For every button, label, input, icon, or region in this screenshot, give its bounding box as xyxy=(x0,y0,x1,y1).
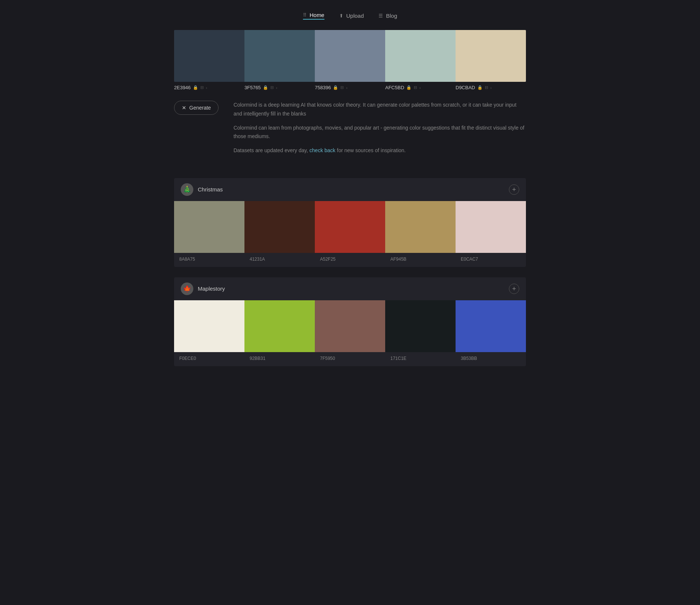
swatch-#7F5950 xyxy=(315,300,385,352)
color-label-AFC5BD: AFC5BD 🔒 ⊟ › xyxy=(385,85,456,90)
palette-title-christmas: Christmas xyxy=(198,186,223,193)
palette-thumb-christmas: 🎄 xyxy=(181,183,193,196)
add-palette-button-maplestory[interactable]: + xyxy=(509,284,519,294)
color-label-2E3946: 2E3946 🔒 ⊟ › xyxy=(174,85,244,90)
main-nav: ⠿ Home⬆ Upload☰ Blog xyxy=(0,0,700,30)
hero-swatch-#3F5765 xyxy=(244,30,315,82)
desc-para-1: Colormind is a deep learning AI that kno… xyxy=(233,101,526,118)
blog-nav-icon: ☰ xyxy=(379,13,383,19)
swatch-#A52F25 xyxy=(315,201,385,253)
palette-card-header-maplestory: 🍁Maplestory+ xyxy=(174,277,526,300)
swatch-#3B53BB xyxy=(456,300,526,352)
palette-thumb-maplestory: 🍁 xyxy=(181,283,193,295)
hero-swatch-#758396 xyxy=(315,30,385,82)
palette-hex-E0CAC7: E0CAC7 xyxy=(456,257,526,262)
palette-card-header-christmas: 🎄Christmas+ xyxy=(174,178,526,201)
color-label-D9CBAD: D9CBAD 🔒 ⊟ › xyxy=(456,85,526,90)
color-label-3F5765: 3F5765 🔒 ⊟ › xyxy=(244,85,315,90)
blog-nav-label: Blog xyxy=(386,13,397,19)
hex-value: AFC5BD xyxy=(385,85,404,90)
upload-nav-icon: ⬆ xyxy=(339,13,343,19)
palette-hex-A52F25: A52F25 xyxy=(315,257,385,262)
desc-para-2: Colormind can learn from photographs, mo… xyxy=(233,124,526,141)
palette-hex-F0ECE0: F0ECE0 xyxy=(174,356,244,361)
chevron-right-icon[interactable]: › xyxy=(346,86,347,90)
lock-icon[interactable]: 🔒 xyxy=(406,85,411,90)
add-palette-button-christmas[interactable]: + xyxy=(509,184,519,195)
sliders-icon[interactable]: ⊟ xyxy=(200,85,204,90)
chevron-right-icon[interactable]: › xyxy=(490,86,492,90)
home-nav-label: Home xyxy=(310,12,324,18)
hero-swatch-#D9CBAD xyxy=(456,30,526,82)
hex-value: 758396 xyxy=(315,85,331,90)
swatch-#AF945B xyxy=(385,201,456,253)
palette-swatches-maplestory xyxy=(174,300,526,352)
hero-color-labels: 2E3946 🔒 ⊟ › 3F5765 🔒 ⊟ › 758396 🔒 ⊟ › A… xyxy=(174,85,526,90)
palette-hex-41231A: 41231A xyxy=(244,257,315,262)
palette-hex-row-christmas: 8A8A7541231AA52F25AF945BE0CAC7 xyxy=(174,253,526,267)
palette-swatches-christmas xyxy=(174,201,526,253)
desc-para-3: Datasets are updated every day, check ba… xyxy=(233,146,526,155)
hex-value: 2E3946 xyxy=(174,85,191,90)
palette-hex-171C1E: 171C1E xyxy=(385,356,456,361)
generate-label: Generate xyxy=(189,105,211,111)
palette-hex-7F5950: 7F5950 xyxy=(315,356,385,361)
color-label-758396: 758396 🔒 ⊟ › xyxy=(315,85,385,90)
chevron-right-icon[interactable]: › xyxy=(206,86,207,90)
nav-item-blog[interactable]: ☰ Blog xyxy=(379,13,397,19)
palette-hex-AF945B: AF945B xyxy=(385,257,456,262)
sliders-icon[interactable]: ⊟ xyxy=(270,85,274,90)
chevron-right-icon[interactable]: › xyxy=(276,86,277,90)
swatch-#8A8A75 xyxy=(174,201,244,253)
hero-palette-strip xyxy=(174,30,526,82)
sliders-icon[interactable]: ⊟ xyxy=(414,85,417,90)
palette-cards-container: 🎄Christmas+8A8A7541231AA52F25AF945BE0CAC… xyxy=(174,178,526,366)
check-back-link[interactable]: check back xyxy=(310,147,336,153)
palette-card-maplestory: 🍁Maplestory+F0ECE092BB317F5950171C1E3B53… xyxy=(174,277,526,366)
palette-hex-3B53BB: 3B53BB xyxy=(456,356,526,361)
description-text: Colormind is a deep learning AI that kno… xyxy=(233,101,526,160)
palette-card-christmas: 🎄Christmas+8A8A7541231AA52F25AF945BE0CAC… xyxy=(174,178,526,267)
generate-section: ✕ Generate Colormind is a deep learning … xyxy=(174,101,526,160)
sliders-icon[interactable]: ⊟ xyxy=(485,85,488,90)
hero-swatch-#2E3946 xyxy=(174,30,244,82)
generate-button[interactable]: ✕ Generate xyxy=(174,101,219,115)
nav-item-upload[interactable]: ⬆ Upload xyxy=(339,13,364,19)
swatch-#41231A xyxy=(244,201,315,253)
palette-hex-8A8A75: 8A8A75 xyxy=(174,257,244,262)
x-icon: ✕ xyxy=(182,105,186,111)
palette-card-left-christmas: 🎄Christmas xyxy=(181,183,223,196)
upload-nav-label: Upload xyxy=(346,13,364,19)
palette-title-maplestory: Maplestory xyxy=(198,285,225,292)
swatch-#92BB31 xyxy=(244,300,315,352)
home-nav-icon: ⠿ xyxy=(303,12,307,18)
lock-icon[interactable]: 🔒 xyxy=(263,85,268,90)
palette-card-left-maplestory: 🍁Maplestory xyxy=(181,283,225,295)
palette-hex-92BB31: 92BB31 xyxy=(244,356,315,361)
chevron-right-icon[interactable]: › xyxy=(419,86,421,90)
nav-item-home[interactable]: ⠿ Home xyxy=(303,12,324,20)
palette-hex-row-maplestory: F0ECE092BB317F5950171C1E3B53BB xyxy=(174,352,526,366)
lock-icon[interactable]: 🔒 xyxy=(193,85,198,90)
lock-icon[interactable]: 🔒 xyxy=(333,85,338,90)
hero-swatch-#AFC5BD xyxy=(385,30,456,82)
hex-value: 3F5765 xyxy=(244,85,261,90)
main-content: 2E3946 🔒 ⊟ › 3F5765 🔒 ⊟ › 758396 🔒 ⊟ › A… xyxy=(167,30,533,366)
swatch-#E0CAC7 xyxy=(456,201,526,253)
swatch-#171C1E xyxy=(385,300,456,352)
lock-icon[interactable]: 🔒 xyxy=(477,85,483,90)
sliders-icon[interactable]: ⊟ xyxy=(340,85,344,90)
hex-value: D9CBAD xyxy=(456,85,475,90)
swatch-#F0ECE0 xyxy=(174,300,244,352)
